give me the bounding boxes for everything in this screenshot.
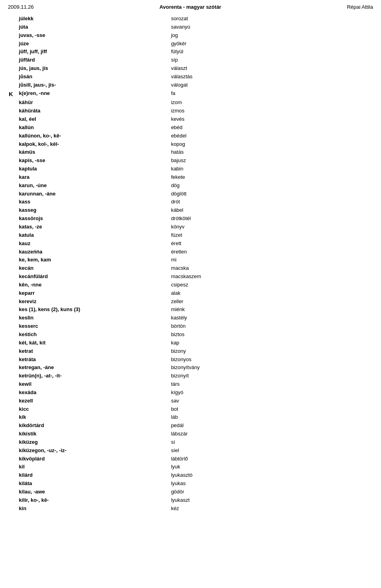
table-row: karafekete <box>8 173 373 182</box>
translation-cell: kastély <box>170 314 373 322</box>
section-letter <box>8 215 18 223</box>
word-cell: júze <box>18 40 170 48</box>
section-letter <box>8 64 18 73</box>
table-row: kámüshatás <box>8 148 373 157</box>
section-letter <box>8 256 18 264</box>
section-letter <box>8 356 18 364</box>
word-cell: katula <box>18 231 170 240</box>
section-letter <box>8 206 18 215</box>
translation-cell: izmos <box>170 107 373 115</box>
translation-cell: börtön <box>170 322 373 331</box>
translation-cell: válogat <box>170 81 373 89</box>
word-cell: ketregan, -áne <box>18 364 170 372</box>
word-cell: kalpok, kol-, kêl- <box>18 140 170 149</box>
word-cell: katas, -ze <box>18 223 170 231</box>
table-row: júzegyökér <box>8 40 373 48</box>
table-row: killyuk <box>8 463 373 471</box>
word-cell: kaptula <box>18 165 170 173</box>
section-letter <box>8 480 18 488</box>
translation-cell: miénk <box>170 306 373 314</box>
section-letter <box>8 364 18 372</box>
translation-cell: bot <box>170 405 373 414</box>
section-letter <box>8 248 18 256</box>
table-row: kassdrót <box>8 198 373 206</box>
section-letter <box>8 107 18 115</box>
table-row: keparralak <box>8 289 373 298</box>
table-row: kauzeńńaéretlen <box>8 248 373 256</box>
translation-cell: síel <box>170 447 373 455</box>
word-cell: kewil <box>18 380 170 389</box>
table-row: kinkéz <box>8 505 373 513</box>
table-row: jútasavanyú <box>8 23 373 31</box>
translation-cell: síp <box>170 56 373 64</box>
word-cell: kara <box>18 173 170 182</box>
table-row: kíküzegon, -uz-, -iz-síel <box>8 447 373 455</box>
table-row: jůsánválasztás <box>8 73 373 81</box>
section-letter <box>8 40 18 48</box>
word-cell: keśtich <box>18 331 170 339</box>
word-cell: kallúnon, ko-, kê- <box>18 132 170 140</box>
translation-cell: fa <box>170 89 373 99</box>
table-row: kezellsav <box>8 397 373 405</box>
word-cell: jús, jaus, jís <box>18 64 170 73</box>
section-letter <box>8 231 18 240</box>
table-row: káhürátaizmos <box>8 107 373 115</box>
word-cell: k(e)ren, -nne <box>18 89 170 99</box>
translation-cell: döglött <box>170 190 373 198</box>
table-row: kessercbörtön <box>8 322 373 331</box>
table-row: két, kát, kítkap <box>8 339 373 347</box>
word-cell: keslin <box>18 314 170 322</box>
section-letter <box>8 471 18 480</box>
table-row: kallúnon, ko-, kê-ebédel <box>8 132 373 140</box>
word-cell: kámüs <box>18 148 170 157</box>
section-letter <box>8 165 18 173</box>
translation-cell: bizonyít <box>170 372 373 380</box>
section-letter <box>8 81 18 89</box>
table-row: kes (1), kens (2), kuns (3)miénk <box>8 306 373 314</box>
table-row: kallúnebéd <box>8 124 373 132</box>
word-cell: két, kát, kít <box>18 339 170 347</box>
table-row: Kk(e)ren, -nnefa <box>8 89 373 99</box>
table-row: jüff, juff, jifffütyül <box>8 48 373 56</box>
translation-cell: gödör <box>170 488 373 496</box>
table-row: kên, -nnecsipesz <box>8 281 373 289</box>
section-letter <box>8 372 18 380</box>
table-row: kíküzegsí <box>8 438 373 447</box>
word-cell: ketrün(n), -at-, -it- <box>18 372 170 380</box>
section-letter <box>8 15 18 23</box>
translation-cell: hatás <box>170 148 373 157</box>
translation-cell: könyv <box>170 223 373 231</box>
word-cell: kík <box>18 413 170 422</box>
translation-cell: ebéd <box>170 124 373 132</box>
translation-cell: láb <box>170 413 373 422</box>
section-letter <box>8 463 18 471</box>
section-letter <box>8 496 18 505</box>
translation-cell: lyukas <box>170 480 373 488</box>
word-cell: kesserc <box>18 322 170 331</box>
table-row: keslinkastély <box>8 314 373 322</box>
section-letter <box>8 488 18 496</box>
section-letter <box>8 314 18 322</box>
word-cell: karunnan, -áne <box>18 190 170 198</box>
word-cell: káhüráta <box>18 107 170 115</box>
word-cell: jüff, juff, jiff <box>18 48 170 56</box>
section-letter <box>8 389 18 397</box>
section-letter <box>8 281 18 289</box>
word-cell: kecán <box>18 264 170 273</box>
section-letter <box>8 306 18 314</box>
section-letter <box>8 455 18 463</box>
section-letter: K <box>8 89 18 99</box>
table-row: kaptulakabin <box>8 165 373 173</box>
word-cell: káhür <box>18 99 170 107</box>
section-letter <box>8 331 18 339</box>
word-cell: kíkístík <box>18 430 170 438</box>
table-row: ke, kem, kammi <box>8 256 373 264</box>
section-letter <box>8 148 18 157</box>
word-cell: kíküzeg <box>18 438 170 447</box>
table-row: kilárdlyukasztó <box>8 471 373 480</box>
section-letter <box>8 56 18 64</box>
table-row: kauzérett <box>8 240 373 248</box>
section-letter <box>8 157 18 165</box>
translation-cell: választás <box>170 73 373 81</box>
section-letter <box>8 73 18 81</box>
